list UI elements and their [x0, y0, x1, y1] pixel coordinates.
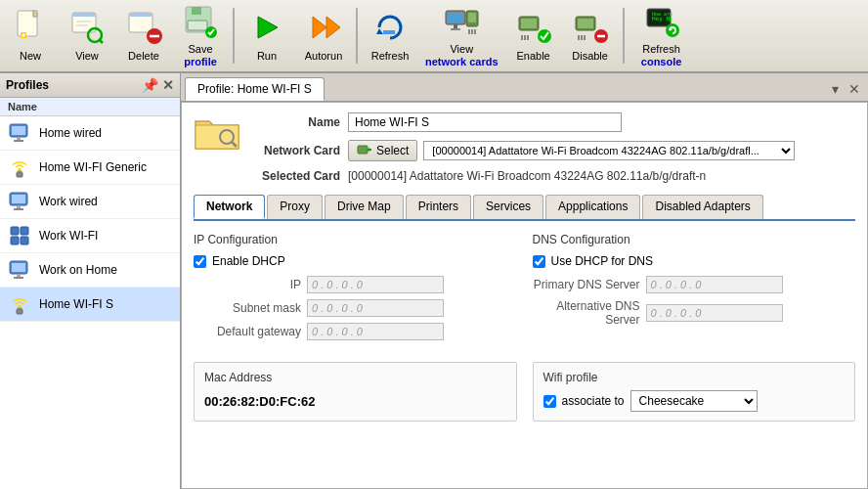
delete-button[interactable]: Delete — [115, 4, 172, 67]
main-layout: Profiles 📌 ✕ Name Home wired — [0, 73, 868, 489]
svg-rect-68 — [21, 237, 28, 244]
wifi-lock-icon — [8, 156, 31, 179]
svg-rect-62 — [12, 195, 25, 203]
toolbar: New View — [0, 0, 868, 73]
refresh-console-button[interactable]: Hey Hi How are Refreshconsole — [629, 4, 695, 67]
folder-search-icon — [194, 112, 240, 152]
sidebar-item-home-wifi-s[interactable]: Home WI-FI S — [0, 288, 180, 322]
svg-rect-65 — [11, 227, 19, 235]
svg-point-52 — [666, 23, 679, 37]
new-label: New — [20, 50, 41, 63]
wifi-associate-checkbox[interactable] — [543, 395, 556, 408]
wifi-associate-label: associate to — [562, 394, 625, 408]
wifi-profile-select[interactable]: CheesecakeHomeWork — [630, 390, 758, 412]
network-card-select[interactable]: [00000014] Adattatore Wi-Fi Broadcom 432… — [423, 141, 795, 160]
svg-rect-29 — [451, 28, 460, 30]
subnet-row: Subnet mask — [194, 299, 517, 317]
save-button[interactable]: Save profile — [172, 4, 229, 67]
mac-address-title: Mac Address — [204, 371, 506, 384]
sidebar-item-label: Home wired — [39, 126, 102, 140]
enable-button[interactable]: Enable — [505, 4, 562, 67]
svg-rect-56 — [17, 137, 21, 140]
toolbar-sep-3 — [623, 8, 625, 64]
svg-marker-20 — [258, 17, 278, 38]
primary-dns-row: Primary DNS Server — [533, 276, 856, 293]
subnet-input[interactable] — [307, 299, 444, 317]
sidebar-item-label: Home WI-FI Generic — [39, 160, 147, 174]
subnet-label: Subnet mask — [194, 301, 301, 315]
disable-button[interactable]: Disable — [562, 4, 619, 67]
primary-dns-input[interactable] — [646, 276, 783, 293]
tabbar-close-icon[interactable]: ✕ — [845, 81, 864, 97]
bottom-section: Mac Address 00:26:82:D0:FC:62 Wifi profi… — [194, 362, 855, 422]
tab-proxy[interactable]: Proxy — [267, 195, 323, 219]
ip-config-section: IP Configuration Enable DHCP IP Subnet m… — [194, 233, 517, 346]
name-input[interactable] — [348, 112, 622, 132]
sidebar-item-work-wired[interactable]: Work wired — [0, 185, 180, 219]
svg-rect-17 — [192, 7, 201, 15]
refresh-button[interactable]: Refresh — [362, 4, 418, 67]
dns-config-section: DNS Configuration Use DHCP for DNS Prima… — [533, 233, 856, 346]
alt-dns-input[interactable] — [646, 304, 783, 322]
refresh-icon — [370, 9, 410, 47]
run-icon — [247, 9, 286, 47]
svg-rect-42 — [578, 19, 593, 28]
pin-icon[interactable]: 📌 — [142, 77, 158, 93]
sidebar: Profiles 📌 ✕ Name Home wired — [0, 73, 181, 489]
tab-disabled-adapters[interactable]: Disabled Adapters — [642, 195, 762, 219]
mac-address-card: Mac Address 00:26:82:D0:FC:62 — [194, 362, 517, 422]
sidebar-item-label: Home WI-FI S — [39, 297, 113, 311]
select-button[interactable]: Select — [348, 140, 417, 161]
sidebar-item-label: Work wired — [39, 195, 98, 208]
name-field-label: Name — [252, 115, 340, 129]
svg-text:How are: How are — [652, 11, 673, 17]
tab-drive-map[interactable]: Drive Map — [325, 195, 404, 219]
sidebar-col-header: Name — [0, 98, 180, 116]
ip-input[interactable] — [307, 276, 444, 293]
ip-label: IP — [194, 278, 301, 291]
profile-tab-home-wifi-s[interactable]: Profile: Home WI-FI S — [185, 77, 325, 101]
view-button[interactable]: View — [59, 4, 115, 67]
selected-card-value: [00000014] Adattatore Wi-Fi Broadcom 432… — [348, 169, 706, 183]
network-card-row: Network Card Select [00000014] Adatt — [252, 140, 855, 161]
selected-card-label: Selected Card — [252, 169, 340, 183]
sidebar-item-home-wired[interactable]: Home wired — [0, 116, 180, 151]
wifi-associate-row: associate to CheesecakeHomeWork — [543, 390, 846, 412]
inner-tabs: Network Proxy Drive Map Printers Service… — [194, 195, 855, 221]
svg-rect-63 — [17, 205, 21, 208]
ip-row: IP — [194, 276, 517, 293]
enable-label: Enable — [516, 50, 549, 63]
sidebar-item-label: Work on Home — [39, 263, 117, 277]
autorun-button[interactable]: Autorun — [295, 4, 352, 67]
autorun-icon — [304, 9, 343, 47]
svg-marker-21 — [313, 17, 326, 38]
sidebar-item-work-wifi[interactable]: Work WI-FI — [0, 219, 180, 253]
wifi-lock-icon — [8, 292, 31, 316]
tab-applications[interactable]: Appplications — [545, 195, 640, 219]
svg-rect-66 — [21, 227, 28, 235]
monitor-icon — [8, 190, 31, 213]
sidebar-item-work-on-home[interactable]: Work on Home — [0, 253, 180, 288]
enable-dhcp-label: Enable DHCP — [212, 254, 285, 268]
delete-label: Delete — [128, 50, 159, 63]
svg-rect-67 — [11, 237, 19, 244]
enable-dhcp-checkbox[interactable] — [194, 255, 206, 268]
alt-dns-row: Alternative DNS Server — [533, 299, 856, 327]
tab-printers[interactable]: Printers — [406, 195, 471, 219]
view-network-button[interactable]: Viewnetwork cards — [418, 4, 505, 67]
use-dhcp-dns-checkbox[interactable] — [533, 255, 545, 268]
toolbar-group-run: Run Autorun — [239, 4, 352, 67]
tabbar-arrow-icon[interactable]: ▾ — [828, 81, 843, 97]
tab-services[interactable]: Services — [473, 195, 543, 219]
view-network-icon — [442, 3, 481, 40]
gateway-input[interactable] — [307, 323, 444, 340]
wifi-profile-card: Wifi profile associate to CheesecakeHome… — [533, 362, 856, 422]
tab-network[interactable]: Network — [194, 195, 265, 219]
mac-address-value: 00:26:82:D0:FC:62 — [204, 390, 506, 413]
new-button[interactable]: New — [2, 4, 59, 67]
svg-marker-23 — [376, 28, 383, 34]
run-button[interactable]: Run — [239, 4, 295, 67]
close-sidebar-icon[interactable]: ✕ — [162, 77, 174, 93]
sidebar-item-home-wifi-generic[interactable]: Home WI-FI Generic — [0, 151, 180, 185]
wifi-profile-title: Wifi profile — [543, 371, 846, 384]
